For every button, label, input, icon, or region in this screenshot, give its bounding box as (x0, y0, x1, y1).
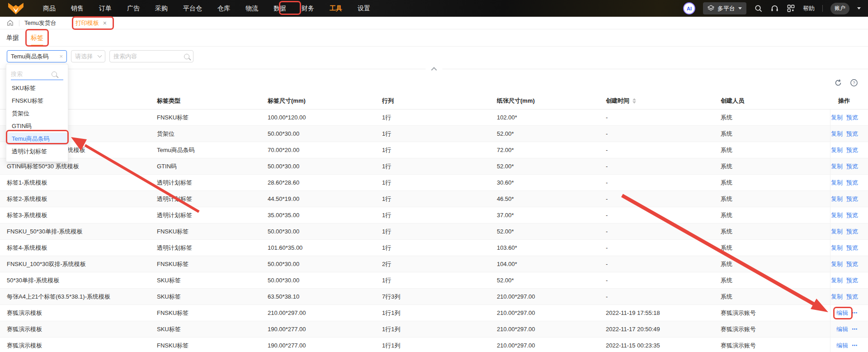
cell-grid: 1行 (382, 114, 497, 122)
action-preview-link[interactable]: 预览 (846, 179, 858, 187)
action-edit-link[interactable]: 编辑 (836, 309, 848, 317)
nav-item-3[interactable]: 广告 (119, 0, 147, 17)
nav-item-9[interactable]: 财务 (294, 0, 322, 17)
action-copy-link[interactable]: 复制 (831, 293, 843, 301)
dropdown-option-1[interactable]: FNSKU标签 (6, 95, 68, 107)
cell-paper: 37.00* (497, 212, 606, 219)
account-chevron-down-icon[interactable] (857, 7, 861, 10)
action-copy-link[interactable]: 复制 (831, 260, 843, 268)
dropdown-option-3[interactable]: GTIN码 (6, 120, 68, 133)
cell-size: 50.00*30.00 (268, 228, 382, 235)
help-link[interactable]: 帮助 (803, 5, 815, 13)
action-copy-link[interactable]: 复制 (831, 146, 843, 154)
clear-icon[interactable]: × (59, 53, 63, 60)
nav-item-6[interactable]: 仓库 (210, 0, 238, 17)
table-row: 标签3-系统模板透明计划标签35.00*35.001行37.00*-系统复制预览 (0, 207, 868, 224)
action-preview-link[interactable]: 预览 (846, 195, 858, 203)
apps-grid-icon[interactable] (787, 4, 795, 13)
platform-selector[interactable]: 多平台 (703, 2, 746, 14)
action-edit-link[interactable]: 编辑 (836, 325, 848, 333)
cell-name: 标签4-系统模板 (0, 244, 157, 252)
action-copy-link[interactable]: 复制 (831, 114, 843, 122)
cell-grid: 1行 (382, 130, 497, 138)
nav-item-8[interactable]: 数据 (266, 0, 294, 17)
action-preview-link[interactable]: 预览 (846, 244, 858, 252)
cell-size: 190.00*277.00 (268, 342, 382, 349)
close-icon[interactable]: × (103, 20, 107, 26)
cell-creator: 系统 (721, 195, 830, 203)
sort-icon[interactable] (632, 98, 636, 104)
nav-item-5[interactable]: 平台仓 (175, 0, 210, 17)
table-row: FNSKU标签100.00*120.001行102.00*-系统复制预览 (0, 109, 868, 126)
cell-paper: 210.00*297.00 (497, 326, 606, 333)
action-copy-link[interactable]: 复制 (831, 195, 843, 203)
action-preview-link[interactable]: 预览 (846, 228, 858, 236)
cell-paper: 46.50* (497, 195, 606, 202)
dropdown-search-input[interactable] (11, 71, 50, 77)
nav-item-4[interactable]: 采购 (147, 0, 175, 17)
table-toolbar: ? (834, 79, 858, 87)
cell-type: FNSKU标签 (157, 309, 268, 317)
more-actions-icon[interactable]: ⋯ (852, 309, 858, 316)
tab-danju[interactable]: 单据 (6, 29, 19, 47)
cell-created: 2022-11-19 17:55:18 (606, 309, 721, 316)
action-copy-link[interactable]: 复制 (831, 228, 843, 236)
layers-icon (708, 5, 714, 12)
action-copy-link[interactable]: 复制 (831, 162, 843, 171)
search-icon[interactable] (754, 4, 763, 13)
more-actions-icon[interactable]: ⋯ (852, 342, 858, 349)
collapse-filter-button[interactable] (426, 66, 443, 73)
cell-grid: 1行 (382, 146, 497, 154)
nav-item-2[interactable]: 订单 (91, 0, 119, 17)
cell-creator: 系统 (721, 293, 830, 301)
action-copy-link[interactable]: 复制 (831, 130, 843, 138)
cell-created: - (606, 179, 721, 186)
chevron-down-icon (738, 7, 742, 10)
cell-creator: 系统 (721, 276, 830, 285)
dropdown-option-2[interactable]: 货架位 (6, 107, 68, 120)
cell-size: 63.50*38.10 (268, 293, 382, 300)
account-button[interactable]: 账户 (830, 3, 849, 14)
tab-label[interactable]: 标签 (31, 29, 43, 47)
action-copy-link[interactable]: 复制 (831, 211, 843, 219)
tab-print-template[interactable]: 打印模板 × (75, 19, 107, 27)
ai-assistant-button[interactable]: AI (683, 2, 695, 14)
search-icon[interactable] (184, 54, 189, 59)
nav-item-0[interactable]: 商品 (35, 0, 63, 17)
col-created-time[interactable]: 创建时间 (606, 97, 721, 105)
secondary-select[interactable]: 请选择 (71, 50, 105, 62)
action-preview-link[interactable]: 预览 (846, 162, 858, 171)
action-preview-link[interactable]: 预览 (846, 293, 858, 301)
action-preview-link[interactable]: 预览 (846, 260, 858, 268)
label-type-select[interactable]: Temu商品条码 × (7, 50, 67, 62)
nav-item-1[interactable]: 销售 (63, 0, 91, 17)
cell-name: FNSKU_50*30单排-系统模板 (0, 228, 157, 236)
dropdown-option-4[interactable]: Temu商品条码 (6, 133, 68, 145)
refresh-icon[interactable] (834, 79, 842, 87)
action-preview-link[interactable]: 预览 (846, 276, 858, 285)
action-copy-link[interactable]: 复制 (831, 244, 843, 252)
cell-created: - (606, 163, 721, 170)
cell-creator: 系统 (721, 130, 830, 138)
cell-name: 标签2-系统模板 (0, 195, 157, 203)
action-preview-link[interactable]: 预览 (846, 211, 858, 219)
headset-icon[interactable] (770, 4, 779, 13)
more-actions-icon[interactable]: ⋯ (852, 326, 858, 333)
breadcrumb-page[interactable]: Temu发货台 (24, 19, 57, 27)
dropdown-option-0[interactable]: SKU标签 (6, 82, 68, 95)
action-preview-link[interactable]: 预览 (846, 114, 858, 122)
cell-size: 70.00*20.00 (268, 147, 382, 153)
nav-item-11[interactable]: 设置 (350, 0, 378, 17)
action-copy-link[interactable]: 复制 (831, 179, 843, 187)
action-edit-link[interactable]: 编辑 (836, 342, 848, 350)
content-search-input[interactable] (113, 53, 184, 60)
dropdown-option-5[interactable]: 透明计划标签 (6, 145, 68, 158)
nav-item-7[interactable]: 物流 (238, 0, 266, 17)
action-preview-link[interactable]: 预览 (846, 146, 858, 154)
nav-item-10[interactable]: 工具 (322, 0, 350, 17)
action-copy-link[interactable]: 复制 (831, 276, 843, 285)
help-icon[interactable]: ? (850, 79, 858, 87)
cell-created: - (606, 228, 721, 235)
home-icon[interactable] (6, 19, 14, 27)
action-preview-link[interactable]: 预览 (846, 130, 858, 138)
